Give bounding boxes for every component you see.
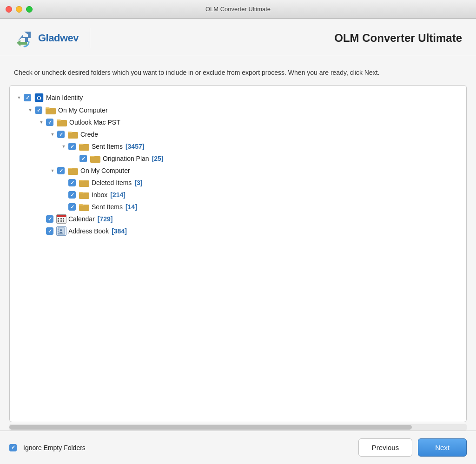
item-label-calendar: Calendar bbox=[68, 215, 95, 223]
tree-item-inbox: ✓Inbox[214] bbox=[13, 189, 463, 201]
svg-rect-4 bbox=[68, 132, 78, 139]
tree-item-sent-items-1: ▼✓Sent Items[3457] bbox=[13, 140, 463, 152]
maximize-button[interactable] bbox=[26, 6, 33, 13]
svg-point-15 bbox=[60, 229, 62, 232]
svg-rect-12 bbox=[58, 229, 59, 230]
svg-text:O: O bbox=[37, 95, 41, 101]
item-count-inbox: [214] bbox=[110, 191, 126, 199]
item-label-origination-plan: Origination Plan bbox=[103, 155, 149, 162]
item-label-deleted-items: Deleted Items bbox=[92, 179, 132, 186]
checkbox-deleted-items[interactable]: ✓ bbox=[68, 179, 76, 186]
checkbox-on-my-computer-2[interactable]: ✓ bbox=[57, 167, 65, 174]
minimize-button[interactable] bbox=[16, 6, 22, 13]
checkbox-inbox[interactable]: ✓ bbox=[68, 191, 76, 199]
checkbox-outlook-mac-pst[interactable]: ✓ bbox=[46, 119, 53, 126]
folder-icon bbox=[56, 118, 67, 127]
chevron-icon[interactable]: ▼ bbox=[49, 168, 56, 173]
checkbox-crede[interactable]: ✓ bbox=[57, 131, 65, 138]
item-label-outlook-mac-pst: Outlook Mac PST bbox=[69, 119, 120, 126]
svg-rect-2 bbox=[46, 108, 56, 114]
description-text: Check or uncheck desired folders which y… bbox=[0, 56, 476, 85]
chevron-icon[interactable]: ▼ bbox=[15, 95, 23, 100]
window-title: OLM Converter Ultimate bbox=[205, 6, 271, 13]
item-label-sent-items-1: Sent Items bbox=[92, 143, 123, 150]
item-count-calendar: [729] bbox=[98, 215, 113, 223]
chevron-icon[interactable]: ▼ bbox=[38, 120, 45, 125]
tree-item-main-identity: ▼✓OMain Identity bbox=[13, 91, 463, 104]
outlook-icon: O bbox=[34, 93, 44, 103]
chevron-icon[interactable]: ▼ bbox=[49, 132, 56, 137]
tree-item-deleted-items: ✓Deleted Items[3] bbox=[13, 177, 463, 189]
item-count-origination-plan: [25] bbox=[152, 155, 164, 162]
logo-text: Gladwev bbox=[38, 32, 79, 44]
svg-rect-6 bbox=[90, 156, 100, 163]
item-label-on-my-computer-2: On My Computer bbox=[80, 167, 130, 174]
folder-tree[interactable]: ▼✓OMain Identity▼✓On My Computer▼✓Outloo… bbox=[9, 85, 467, 422]
title-bar: OLM Converter Ultimate bbox=[0, 0, 476, 19]
address-book-icon bbox=[56, 226, 66, 236]
folder-icon bbox=[67, 166, 79, 175]
item-count-sent-items-2: [14] bbox=[126, 203, 137, 211]
tree-item-origination-plan: ✓Origination Plan[25] bbox=[13, 152, 463, 165]
tree-item-sent-items-2: ✓Sent Items[14] bbox=[13, 201, 463, 213]
svg-rect-9 bbox=[79, 192, 89, 199]
checkbox-origination-plan[interactable]: ✓ bbox=[79, 155, 87, 162]
svg-rect-13 bbox=[58, 231, 59, 232]
tree-item-crede: ▼✓Crede bbox=[13, 128, 463, 140]
item-count-sent-items-1: [3457] bbox=[126, 143, 144, 150]
svg-rect-7 bbox=[68, 168, 78, 175]
folder-icon bbox=[67, 130, 79, 139]
ignore-empty-checkbox[interactable] bbox=[9, 444, 17, 451]
tree-item-on-my-computer-2: ▼✓On My Computer bbox=[13, 165, 463, 177]
item-label-sent-items-2: Sent Items bbox=[92, 203, 123, 211]
tree-item-outlook-mac-pst: ▼✓Outlook Mac PST bbox=[13, 116, 463, 128]
checkbox-calendar[interactable]: ✓ bbox=[46, 215, 53, 223]
item-label-crede: Crede bbox=[80, 131, 98, 138]
tree-item-on-my-computer-1: ▼✓On My Computer bbox=[13, 104, 463, 116]
item-label-inbox: Inbox bbox=[92, 191, 107, 199]
item-count-address-book: [384] bbox=[112, 227, 127, 235]
app-title: OLM Converter Ultimate bbox=[101, 32, 462, 45]
folder-icon bbox=[79, 178, 90, 187]
next-button[interactable]: Next bbox=[418, 438, 467, 457]
checkbox-main-identity[interactable]: ✓ bbox=[24, 94, 31, 101]
folder-icon bbox=[79, 142, 90, 151]
chevron-icon[interactable]: ▼ bbox=[26, 108, 34, 113]
ignore-empty-label: Ignore Empty Folders bbox=[23, 444, 86, 451]
tree-item-address-book: ✓Address Book[384] bbox=[13, 225, 463, 237]
tree-item-calendar: ✓Calendar[729] bbox=[13, 213, 463, 225]
bottom-bar: Ignore Empty Folders Previous Next bbox=[0, 431, 476, 464]
svg-rect-3 bbox=[57, 120, 67, 126]
checkbox-address-book[interactable]: ✓ bbox=[46, 227, 53, 235]
window-controls[interactable] bbox=[6, 6, 33, 13]
checkbox-sent-items-2[interactable]: ✓ bbox=[68, 203, 76, 211]
logo-area: Gladwev bbox=[14, 28, 90, 48]
previous-button[interactable]: Previous bbox=[358, 438, 412, 457]
svg-rect-14 bbox=[58, 233, 59, 234]
svg-rect-10 bbox=[79, 205, 89, 211]
chevron-icon[interactable]: ▼ bbox=[60, 144, 67, 149]
folder-icon bbox=[79, 202, 90, 212]
scrollbar-thumb bbox=[9, 425, 412, 430]
item-label-main-identity: Main Identity bbox=[46, 94, 83, 101]
horizontal-scrollbar[interactable] bbox=[9, 424, 467, 431]
main-window: Gladwev OLM Converter Ultimate Check or … bbox=[0, 19, 476, 464]
item-count-deleted-items: [3] bbox=[134, 179, 142, 186]
checkbox-sent-items-1[interactable]: ✓ bbox=[68, 143, 76, 150]
svg-rect-8 bbox=[79, 180, 89, 187]
header: Gladwev OLM Converter Ultimate bbox=[0, 19, 476, 56]
folder-icon bbox=[45, 106, 56, 115]
item-label-address-book: Address Book bbox=[68, 227, 109, 235]
ignore-empty-folders-section: Ignore Empty Folders bbox=[9, 444, 358, 451]
folder-icon bbox=[90, 154, 101, 163]
close-button[interactable] bbox=[6, 6, 12, 13]
item-label-on-my-computer-1: On My Computer bbox=[58, 106, 108, 114]
checkbox-on-my-computer-1[interactable]: ✓ bbox=[35, 106, 42, 114]
svg-rect-5 bbox=[79, 144, 89, 151]
folder-icon bbox=[79, 190, 90, 199]
gladwev-logo-icon bbox=[14, 28, 34, 48]
